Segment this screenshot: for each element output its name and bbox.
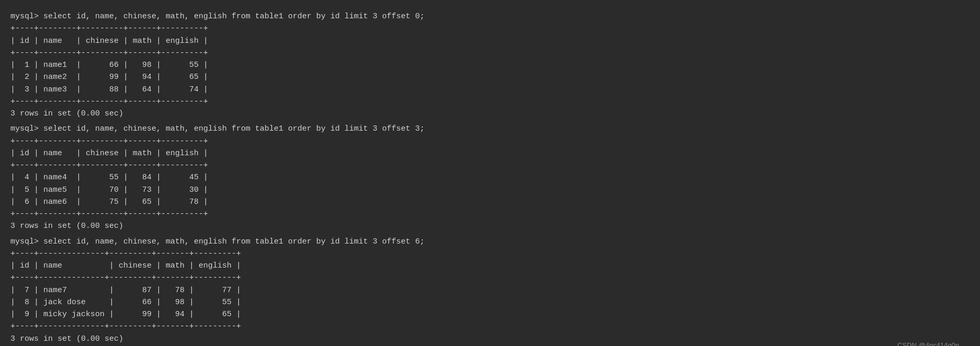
- query-block-1: mysql> select id, name, chinese, math, e…: [10, 10, 970, 120]
- separator-bot-2: +----+--------+---------+------+--------…: [10, 208, 970, 220]
- table-row: | 6 | name6 | 75 | 65 | 78 |: [10, 196, 970, 208]
- query-block-2: mysql> select id, name, chinese, math, e…: [10, 123, 970, 232]
- command-line-1: mysql> select id, name, chinese, math, e…: [10, 10, 970, 22]
- terminal-window: mysql> select id, name, chinese, math, e…: [10, 5, 970, 346]
- query-block-3: mysql> select id, name, chinese, math, e…: [10, 236, 970, 345]
- header-2: | id | name | chinese | math | english |: [10, 147, 970, 159]
- separator-mid-3: +----+--------------+---------+-------+-…: [10, 272, 970, 284]
- table-row: | 1 | name1 | 66 | 98 | 55 |: [10, 59, 970, 71]
- table-row: | 5 | name5 | 70 | 73 | 30 |: [10, 184, 970, 196]
- separator-bot-1: +----+--------+---------+------+--------…: [10, 96, 970, 108]
- footer-3: 3 rows in set (0.00 sec): [10, 333, 970, 345]
- separator-top-3: +----+--------------+---------+-------+-…: [10, 248, 970, 260]
- separator-top-1: +----+--------+---------+------+--------…: [10, 22, 970, 34]
- table-row: | 2 | name2 | 99 | 94 | 65 |: [10, 71, 970, 83]
- table-row: | 4 | name4 | 55 | 84 | 45 |: [10, 171, 970, 183]
- separator-bot-3: +----+--------------+---------+-------+-…: [10, 320, 970, 332]
- footer-1: 3 rows in set (0.00 sec): [10, 108, 970, 120]
- table-row: | 8 | jack dose | 66 | 98 | 55 |: [10, 296, 970, 308]
- table-row: | 3 | name3 | 88 | 64 | 74 |: [10, 84, 970, 96]
- watermark: CSDN @4nc414g0n: [897, 341, 959, 346]
- separator-top-2: +----+--------+---------+------+--------…: [10, 135, 970, 147]
- header-1: | id | name | chinese | math | english |: [10, 35, 970, 47]
- footer-2: 3 rows in set (0.00 sec): [10, 220, 970, 232]
- table-row: | 7 | name7 | 87 | 78 | 77 |: [10, 284, 970, 296]
- separator-mid-2: +----+--------+---------+------+--------…: [10, 159, 970, 171]
- separator-mid-1: +----+--------+---------+------+--------…: [10, 47, 970, 59]
- table-row: | 9 | micky jackson | 99 | 94 | 65 |: [10, 308, 970, 320]
- header-3: | id | name | chinese | math | english |: [10, 260, 970, 272]
- command-line-2: mysql> select id, name, chinese, math, e…: [10, 123, 970, 135]
- command-line-3: mysql> select id, name, chinese, math, e…: [10, 236, 970, 248]
